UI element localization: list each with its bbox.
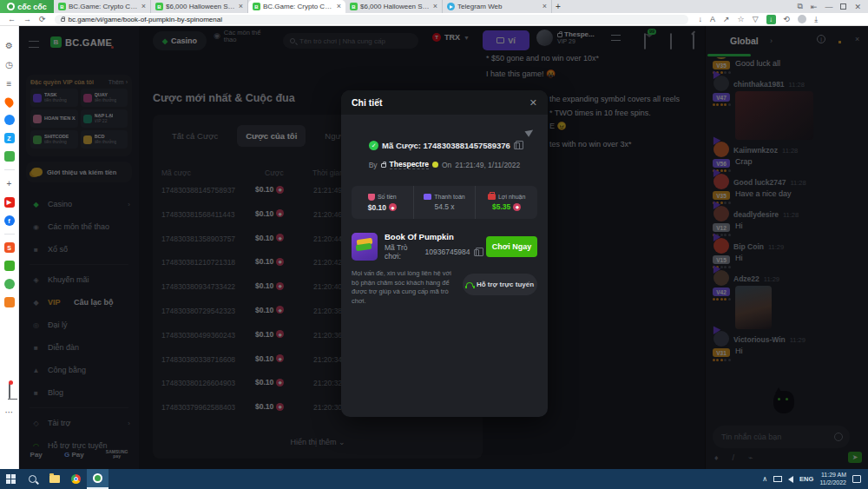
tab-close-icon[interactable]: × — [542, 3, 547, 10]
back-icon[interactable]: ← — [8, 15, 16, 23]
stat-payout: Thanh toán 54.5 x — [413, 186, 476, 219]
bcgame-favicon: B — [253, 3, 260, 10]
verified-check-icon: ✓ — [369, 141, 378, 150]
tab-close-icon[interactable]: × — [141, 3, 146, 10]
browser-sidebar: ⚙ ◷ ≡ Z + ▶ f S ⋯ — [0, 26, 19, 469]
forward-icon[interactable]: → — [23, 15, 31, 23]
coccoc-taskbar-button[interactable] — [87, 469, 108, 489]
translate-icon[interactable]: A — [710, 15, 715, 23]
clock[interactable]: 11:29 AM11/2/2022 — [819, 472, 846, 486]
toolbar-icons: ↓ A ↗ ☆ ▽ ↓ ⟲ ⤓ — [699, 15, 819, 24]
close-button[interactable]: ✕ — [854, 3, 861, 11]
gift-icon[interactable] — [4, 261, 15, 271]
chrome-icon — [71, 474, 81, 484]
minimize-button[interactable]: — — [825, 3, 832, 11]
tab-title: BC.Game: Crypto Casino Gan — [263, 3, 334, 10]
tab-close-icon[interactable]: × — [337, 3, 341, 10]
stat-amount: Số tiền $0.10◆ — [352, 186, 413, 219]
file-explorer-button[interactable] — [43, 469, 65, 489]
bet-stats: Số tiền $0.10◆ Thanh toán 54.5 x Lợi nhu… — [352, 186, 537, 219]
stat-profit: Lợi nhuận $5.35◆ — [475, 186, 537, 219]
divider — [4, 169, 15, 170]
tab-close-icon[interactable]: × — [239, 3, 243, 10]
downloads-tray-icon[interactable]: ⤓ — [814, 15, 818, 24]
youtube-icon[interactable]: ▶ — [4, 197, 15, 208]
add-shortcut-icon[interactable]: + — [3, 178, 15, 189]
input-language[interactable]: ENG — [799, 475, 813, 483]
browser-tab-3-active[interactable]: BBC.Game: Crypto Casino Gan× — [248, 0, 345, 13]
notification-dot — [9, 380, 13, 385]
tray-expand-icon[interactable]: ∧ — [762, 475, 767, 483]
network-icon[interactable] — [773, 476, 782, 482]
history-icon[interactable]: ◷ — [3, 59, 15, 70]
restore-button[interactable] — [840, 3, 846, 10]
tab-search-icon[interactable]: ⇤ — [811, 3, 818, 11]
reload-icon[interactable]: ⟳ — [39, 15, 46, 23]
bet-id-value: Mã Cược: 1748303881457589376 — [382, 141, 510, 150]
chrome-button[interactable] — [65, 469, 87, 489]
settings-gear-icon[interactable]: ⚙ — [3, 40, 15, 51]
reader-mode-icon[interactable]: ⧉ — [797, 2, 802, 11]
tab-close-icon[interactable]: × — [433, 3, 437, 10]
url-text: bc.game/vi/game/book-of-pumpkin-by-spino… — [69, 16, 222, 23]
live-support-button[interactable]: Hỗ trợ trực tuyến — [463, 274, 537, 295]
url-field[interactable]: bc.game/vi/game/book-of-pumpkin-by-spino… — [55, 15, 688, 24]
play-now-button[interactable]: Chơi Ngay — [486, 236, 537, 257]
username-link[interactable]: Thespectre — [390, 160, 429, 169]
zalo-icon[interactable]: Z — [4, 133, 15, 143]
new-tab-button[interactable]: + — [552, 0, 564, 13]
volume-icon[interactable] — [788, 476, 793, 483]
chat-app-icon[interactable] — [4, 279, 15, 289]
start-button[interactable] — [0, 469, 22, 489]
bet-datetime: 21:21:49, 1/11/2022 — [455, 161, 520, 169]
cart-icon[interactable] — [4, 297, 15, 307]
bcgame-favicon: B — [155, 3, 163, 10]
messenger-icon[interactable] — [4, 115, 15, 125]
address-bar: ← → ⟳ bc.game/vi/game/book-of-pumpkin-by… — [0, 13, 868, 26]
copy-icon[interactable] — [514, 142, 520, 149]
reading-list-icon[interactable]: ≡ — [3, 78, 15, 89]
trx-gem-icon: ◆ — [513, 203, 521, 211]
games-icon[interactable] — [4, 151, 15, 162]
support-text: Mọi vấn đề, xin vui lòng liên hệ với bộ … — [352, 269, 456, 306]
notifications-bell[interactable] — [9, 383, 10, 399]
bcgame-favicon: B — [58, 3, 66, 10]
extension-icon[interactable]: ↓ — [766, 15, 776, 24]
action-center-icon[interactable] — [852, 475, 861, 483]
copy-icon[interactable] — [474, 249, 479, 256]
bet-author-row: By Thespectre On 21:21:49, 1/11/2022 — [341, 160, 548, 169]
download-icon[interactable]: ↓ — [699, 15, 703, 23]
briefcase-icon — [488, 194, 496, 200]
divider — [4, 234, 15, 235]
modal-header: Chi tiết ✕ — [341, 90, 548, 115]
on-label: On — [442, 161, 451, 169]
game-row: Book Of Pumpkin Mã Trò chơi: 10936745984… — [352, 228, 537, 266]
more-icon[interactable]: ⋯ — [3, 406, 15, 418]
profile-avatar-icon[interactable] — [798, 15, 806, 23]
share-icon[interactable]: ↗ — [723, 15, 730, 23]
support-row: Mọi vấn đề, xin vui lòng liên hệ với bộ … — [352, 269, 537, 306]
search-icon — [29, 475, 36, 483]
taskbar-search-button[interactable] — [22, 469, 43, 489]
game-thumbnail[interactable] — [352, 233, 378, 261]
hot-trends-icon[interactable] — [3, 96, 15, 108]
share-icon[interactable] — [525, 127, 536, 137]
browser-tab-5[interactable]: Telegram Web× — [443, 0, 552, 13]
tab-title: $6,000 Halloween Slot Battle — [166, 3, 236, 10]
modal-title: Chi tiết — [352, 97, 383, 108]
windows-taskbar: ∧ ENG 11:29 AM11/2/2022 — [0, 469, 868, 489]
modal-close-icon[interactable]: ✕ — [529, 97, 537, 109]
browser-tab-2[interactable]: B$6,000 Halloween Slot Battle× — [151, 0, 248, 13]
bookmark-star-icon[interactable]: ☆ — [738, 15, 745, 23]
adblock-shield-icon[interactable]: ▽ — [753, 15, 759, 23]
sync-icon[interactable]: ⟲ — [784, 15, 791, 23]
browser-tab-4[interactable]: B$6,000 Halloween Slot Battle× — [345, 0, 443, 13]
tray-date: 11/2/2022 — [819, 479, 846, 486]
bet-id-row: ✓ Mã Cược: 1748303881457589376 — [341, 141, 548, 150]
coccoc-brand[interactable]: cốc cốc — [0, 0, 54, 13]
browser-tab-1[interactable]: BBC.Game: Crypto Casino Gan× — [54, 0, 151, 13]
window-controls: ⧉ ⇤ — ✕ — [797, 0, 868, 13]
shopee-icon[interactable]: S — [4, 242, 15, 253]
facebook-icon[interactable]: f — [4, 215, 15, 226]
tab-title: $6,000 Halloween Slot Battle — [360, 3, 431, 10]
